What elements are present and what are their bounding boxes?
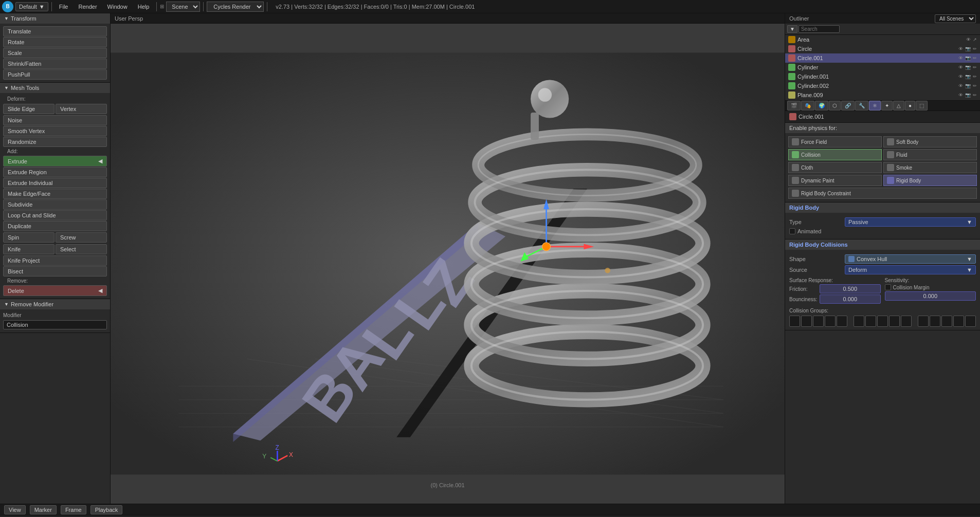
material-tab[interactable]: ● bbox=[905, 101, 915, 110]
render-icon2[interactable]: 📷 bbox=[965, 56, 971, 61]
menu-window[interactable]: Window bbox=[103, 3, 132, 11]
outliner-item-area[interactable]: Area 👁 ↗ bbox=[785, 35, 980, 44]
collision-button[interactable]: Collision bbox=[788, 149, 882, 160]
rbc-header[interactable]: Rigid Body Collisions bbox=[785, 239, 980, 250]
eye-icon5[interactable]: 👁 bbox=[958, 74, 963, 79]
scale-button[interactable]: Scale bbox=[3, 48, 107, 58]
viewport-canvas[interactable]: B A L L Z bbox=[111, 24, 785, 504]
edit-icon2[interactable]: ✏ bbox=[973, 56, 977, 61]
world-props-tab[interactable]: 🌍 bbox=[815, 101, 828, 110]
friction-input[interactable]: 0.500 bbox=[820, 284, 881, 293]
cursor-icon[interactable]: ↗ bbox=[973, 37, 977, 42]
rigid-body-section-header[interactable]: Rigid Body bbox=[785, 202, 980, 213]
timeline-playback-btn[interactable]: Playback bbox=[90, 505, 123, 514]
smoke-button[interactable]: Smoke bbox=[883, 162, 977, 173]
texture-tab[interactable]: ⬚ bbox=[916, 101, 928, 110]
randomize-button[interactable]: Randomize bbox=[3, 137, 107, 147]
eye-icon3[interactable]: 👁 bbox=[958, 56, 963, 61]
eye-icon4[interactable]: 👁 bbox=[958, 65, 963, 70]
cg-box-6[interactable] bbox=[854, 316, 864, 327]
cg-box-4[interactable] bbox=[825, 316, 836, 327]
modifiers-tab[interactable]: 🔧 bbox=[855, 101, 868, 110]
outliner-item-cylinder002[interactable]: Cylinder.002 👁 📷 ✏ bbox=[785, 81, 980, 90]
translate-button[interactable]: Translate bbox=[3, 26, 107, 36]
extrude-region-button[interactable]: Extrude Region bbox=[3, 167, 107, 177]
shape-selector[interactable]: Convex Hull ▼ bbox=[845, 254, 976, 264]
object-props-tab[interactable]: ⬡ bbox=[829, 101, 841, 110]
cg-box-9[interactable] bbox=[889, 316, 900, 327]
cg-box-5[interactable] bbox=[837, 316, 847, 327]
transform-header[interactable]: ▼ Transform bbox=[0, 13, 110, 24]
menu-render[interactable]: Render bbox=[74, 3, 101, 11]
modifier-value-input[interactable] bbox=[3, 320, 107, 329]
cloth-button[interactable]: Cloth bbox=[788, 162, 882, 173]
cg-box-2[interactable] bbox=[801, 316, 812, 327]
force-field-button[interactable]: Force Field bbox=[788, 136, 882, 147]
extrude-dropdown[interactable]: Extrude ◀ bbox=[3, 156, 107, 167]
fluid-button[interactable]: Fluid bbox=[883, 149, 977, 160]
render-props-tab[interactable]: 🎬 bbox=[787, 101, 801, 110]
source-selector[interactable]: Deform ▼ bbox=[845, 265, 976, 274]
render-engine-selector[interactable]: Cycles Render bbox=[207, 2, 264, 12]
bisect-button[interactable]: Bisect bbox=[3, 266, 107, 276]
outliner-item-circle[interactable]: Circle 👁 📷 ✏ bbox=[785, 44, 980, 53]
rotate-button[interactable]: Rotate bbox=[3, 37, 107, 47]
outliner-item-circle001[interactable]: Circle.001 👁 📷 ✏ bbox=[785, 53, 980, 63]
viewport[interactable]: User Persp bbox=[111, 13, 785, 504]
render-icon4[interactable]: 📷 bbox=[965, 74, 971, 79]
shrink-fatten-button[interactable]: Shrink/Fatten bbox=[3, 59, 107, 69]
eye-icon[interactable]: 👁 bbox=[966, 37, 971, 42]
soft-body-button[interactable]: Soft Body bbox=[883, 136, 977, 147]
duplicate-button[interactable]: Duplicate bbox=[3, 221, 107, 231]
type-selector[interactable]: Passive ▼ bbox=[845, 217, 976, 227]
menu-file[interactable]: File bbox=[55, 3, 72, 11]
edit-icon6[interactable]: ✏ bbox=[973, 93, 977, 98]
scene-props-tab[interactable]: 🎭 bbox=[801, 101, 814, 110]
cg-box-3[interactable] bbox=[813, 316, 824, 327]
loop-cut-button[interactable]: Loop Cut and Slide bbox=[3, 210, 107, 220]
spin-button[interactable]: Spin bbox=[3, 232, 55, 243]
cg-box-14[interactable] bbox=[953, 316, 964, 327]
outliner-item-cylinder[interactable]: Cylinder 👁 📷 ✏ bbox=[785, 63, 980, 72]
cg-box-12[interactable] bbox=[930, 316, 940, 327]
screw-button[interactable]: Screw bbox=[56, 232, 107, 243]
scene-selector[interactable]: Scene bbox=[166, 2, 200, 12]
cg-box-15[interactable] bbox=[965, 316, 976, 327]
render-icon6[interactable]: 📷 bbox=[965, 93, 971, 98]
smooth-vertex-button[interactable]: Smooth Vertex bbox=[3, 126, 107, 136]
vertex-button[interactable]: Vertex bbox=[56, 104, 107, 114]
render-icon3[interactable]: 📷 bbox=[965, 65, 971, 70]
cg-box-1[interactable] bbox=[789, 316, 800, 327]
collision-margin-input[interactable]: 0.000 bbox=[885, 291, 976, 301]
eye-icon7[interactable]: 👁 bbox=[958, 93, 963, 98]
render-icon5[interactable]: 📷 bbox=[965, 83, 971, 88]
delete-dropdown[interactable]: Delete ◀ bbox=[3, 285, 107, 296]
edit-icon5[interactable]: ✏ bbox=[973, 83, 977, 88]
pushpull-button[interactable]: PushPull bbox=[3, 69, 107, 80]
make-edge-face-button[interactable]: Make Edge/Face bbox=[3, 189, 107, 199]
render-icon[interactable]: 📷 bbox=[965, 46, 971, 51]
edit-icon4[interactable]: ✏ bbox=[973, 74, 977, 79]
collision-margin-checkbox[interactable] bbox=[885, 284, 891, 290]
menu-help[interactable]: Help bbox=[134, 3, 154, 11]
rigid-body-button[interactable]: Rigid Body bbox=[883, 175, 977, 186]
cg-box-8[interactable] bbox=[877, 316, 888, 327]
timeline-marker-btn[interactable]: Marker bbox=[30, 505, 57, 514]
outliner-item-plane009[interactable]: Plane.009 👁 📷 ✏ bbox=[785, 90, 980, 100]
physics-tab[interactable]: ⚛ bbox=[869, 101, 881, 110]
dynamic-paint-button[interactable]: Dynamic Paint bbox=[788, 175, 882, 186]
eye-icon2[interactable]: 👁 bbox=[958, 46, 963, 51]
cg-box-13[interactable] bbox=[941, 316, 952, 327]
remove-modifier-header[interactable]: ▼ Remove Modifier bbox=[0, 299, 110, 309]
cg-box-11[interactable] bbox=[918, 316, 929, 327]
bounciness-input[interactable]: 0.000 bbox=[820, 294, 881, 304]
outliner-search-input[interactable] bbox=[798, 25, 840, 33]
noise-button[interactable]: Noise bbox=[3, 115, 107, 125]
data-tab[interactable]: △ bbox=[893, 101, 904, 110]
edit-icon3[interactable]: ✏ bbox=[973, 65, 977, 70]
timeline-view-btn[interactable]: View bbox=[4, 505, 26, 514]
knife-button[interactable]: Knife bbox=[3, 244, 55, 254]
outliner-filter-btn[interactable]: ▼ bbox=[787, 25, 797, 33]
outliner-scene-filter[interactable]: All Scenes bbox=[935, 14, 976, 23]
cg-box-7[interactable] bbox=[865, 316, 876, 327]
